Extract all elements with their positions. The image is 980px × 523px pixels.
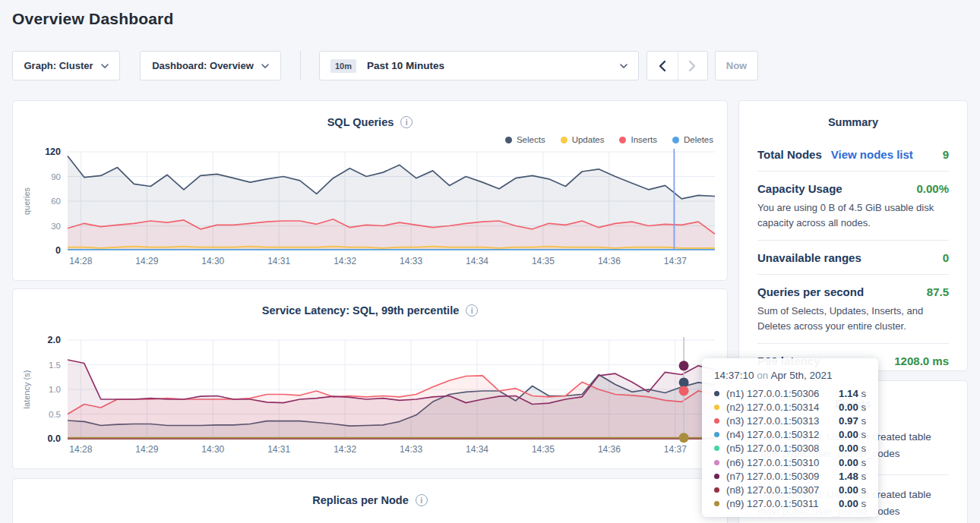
now-button[interactable]: Now (715, 51, 758, 80)
series-color-dot-icon (714, 460, 719, 465)
x-axis-tick: 14:30 (201, 256, 224, 266)
x-axis-tick: 14:35 (532, 256, 555, 266)
tooltip-node-label: (n3) 127.0.0.1:50313 (726, 415, 839, 427)
time-next-button[interactable] (678, 52, 708, 80)
controls-divider (300, 51, 301, 80)
x-axis-tick: 14:32 (334, 256, 356, 266)
chevron-down-icon (620, 64, 628, 68)
series-color-dot-icon (714, 446, 719, 451)
x-axis-tick: 14:34 (466, 444, 488, 455)
y-axis-tick: 30 (51, 222, 61, 231)
legend-dot-icon (505, 137, 512, 143)
legend-label: Updates (572, 135, 605, 144)
service-latency-title: Service Latency: SQL, 99th percentile (262, 304, 460, 317)
tooltip-node-label: (n8) 127.0.0.1:50307 (726, 484, 839, 496)
y-axis-tick: 0.5 (49, 410, 61, 419)
series-color-dot-icon (714, 391, 719, 396)
x-axis-tick: 14:37 (664, 444, 687, 455)
hover-point-dot (679, 433, 689, 443)
time-nav-group (646, 51, 708, 80)
time-range-label: Past 10 Minutes (367, 60, 620, 71)
hover-point-dot (679, 377, 689, 387)
tooltip-node-value: 0.97 s (839, 415, 866, 427)
tooltip-node-label: (n4) 127.0.0.1:50312 (726, 429, 839, 440)
tooltip-row: (n4) 127.0.0.1:503120.00 s (714, 428, 866, 442)
time-prev-button[interactable] (647, 52, 678, 80)
summary-value: 1208.0 ms (894, 354, 949, 367)
dashboard-dropdown[interactable]: Dashboard: Overview (140, 51, 281, 80)
sql-queries-chart[interactable]: 14:2814:2914:3014:3114:3214:3314:3414:35… (19, 144, 722, 273)
service-latency-chart[interactable]: 14:2814:2914:3014:3114:3214:3314:3414:35… (19, 332, 722, 462)
tooltip-node-label: (n2) 127.0.0.1:50314 (726, 402, 839, 413)
tooltip-row: (n7) 127.0.0.1:503091.48 s (714, 469, 866, 483)
tooltip-node-value: 1.48 s (839, 471, 866, 482)
summary-row: Unavailable ranges0 (757, 241, 949, 275)
graph-dropdown-label: Graph: Cluster (24, 60, 93, 71)
legend-item-inserts[interactable]: Inserts (619, 135, 657, 144)
legend-item-selects[interactable]: Selects (505, 135, 545, 144)
x-axis-tick: 14:35 (532, 444, 555, 455)
service-latency-panel: Service Latency: SQL, 99th percentilei 1… (12, 288, 728, 469)
now-button-label: Now (726, 60, 747, 71)
summary-label: Queries per second (757, 285, 864, 298)
replicas-per-node-title: Replicas per Node (312, 494, 409, 506)
page-title: Overview Dashboard (12, 10, 174, 28)
legend-item-deletes[interactable]: Deletes (672, 135, 713, 144)
hover-point-dot (679, 386, 689, 395)
y-axis-label: latency (s) (22, 370, 31, 409)
info-icon[interactable]: i (466, 304, 478, 317)
tooltip-node-value: 0.00 s (839, 402, 866, 413)
summary-row: Queries per second87.5Sum of Selects, Up… (757, 275, 949, 344)
dashboard-dropdown-label: Dashboard: Overview (152, 60, 254, 71)
tooltip-timestamp: 14:37:10 on Apr 5th, 2021 (714, 370, 866, 381)
legend-item-updates[interactable]: Updates (561, 135, 605, 144)
tooltip-node-label: (n9) 127.0.0.1:50311 (726, 498, 839, 509)
x-axis-tick: 14:33 (400, 256, 422, 266)
series-color-dot-icon (714, 474, 719, 479)
time-range-selector[interactable]: 10m Past 10 Minutes (319, 51, 639, 80)
y-axis-tick: 2.0 (48, 335, 61, 345)
summary-title: Summary (739, 116, 967, 128)
summary-value: 0.00% (916, 182, 949, 195)
legend-dot-icon (561, 137, 567, 143)
y-axis-tick: 90 (51, 172, 61, 181)
graph-dropdown[interactable]: Graph: Cluster (12, 51, 120, 80)
series-color-dot-icon (714, 487, 719, 493)
tooltip-row: (n8) 127.0.0.1:503070.00 s (714, 483, 866, 496)
summary-label: Unavailable ranges (757, 251, 861, 264)
summary-desc: Sum of Selects, Updates, Inserts, and De… (757, 304, 949, 333)
chart-hover-tooltip: 14:37:10 on Apr 5th, 2021 (n1) 127.0.0.1… (702, 358, 878, 517)
x-axis-tick: 14:29 (135, 444, 158, 455)
y-axis-tick: 120 (45, 147, 61, 157)
x-axis-tick: 14:28 (69, 444, 92, 455)
tooltip-node-value: 0.00 s (839, 429, 866, 440)
legend-dot-icon (619, 137, 626, 143)
tooltip-node-value: 0.00 s (839, 457, 866, 468)
tooltip-node-label: (n1) 127.0.0.1:50306 (726, 388, 839, 399)
x-axis-tick: 14:33 (400, 444, 422, 455)
y-axis-tick: 1.5 (49, 361, 61, 370)
info-icon[interactable]: i (416, 494, 428, 506)
summary-label: Capacity Usage (757, 182, 842, 195)
summary-panel: Summary Total NodesView nodes list9Capac… (738, 100, 968, 371)
series-color-dot-icon (714, 405, 719, 410)
y-axis-tick: 60 (51, 197, 61, 206)
tooltip-row: (n2) 127.0.0.1:503140.00 s (714, 400, 866, 414)
info-icon[interactable]: i (400, 116, 413, 128)
chevron-left-icon (658, 60, 666, 72)
chevron-down-icon (101, 64, 109, 68)
view-nodes-link[interactable]: View nodes list (831, 148, 913, 161)
tooltip-node-label: (n6) 127.0.0.1:50310 (726, 457, 839, 468)
y-axis-tick: 0 (55, 245, 61, 256)
tooltip-row: (n1) 127.0.0.1:503061.14 s (714, 386, 866, 400)
chevron-right-icon (688, 60, 697, 72)
tooltip-row: (n6) 127.0.0.1:503100.00 s (714, 455, 866, 469)
summary-row: Total NodesView nodes list9 (757, 137, 949, 172)
y-axis-tick: 1.0 (49, 385, 61, 394)
tooltip-node-value: 0.00 s (839, 443, 866, 454)
x-axis-tick: 14:31 (267, 444, 290, 455)
sql-queries-title: SQL Queries (327, 116, 394, 128)
tooltip-row: (n5) 127.0.0.1:503080.00 s (714, 442, 866, 455)
series-color-dot-icon (714, 501, 719, 506)
x-axis-tick: 14:34 (466, 256, 488, 266)
